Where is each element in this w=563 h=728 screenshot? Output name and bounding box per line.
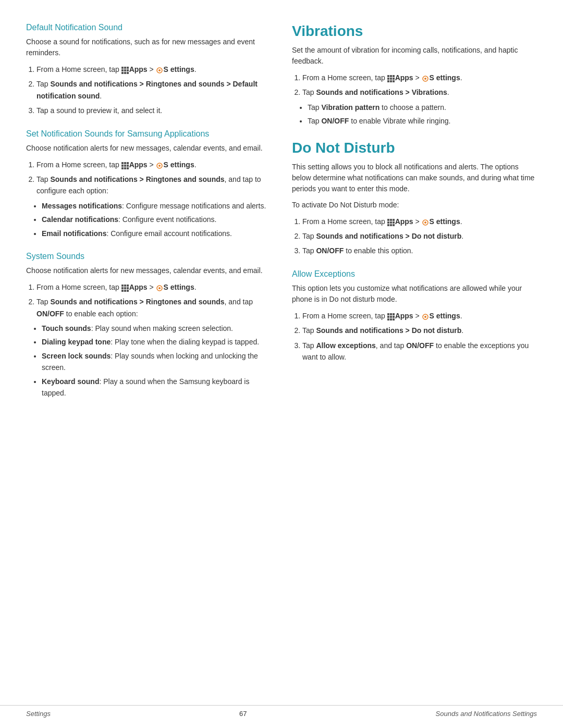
svg-rect-0 bbox=[121, 67, 124, 69]
bullet-item: Screen lock sounds: Play sounds when loc… bbox=[42, 350, 271, 374]
section-title-allow-exceptions: Allow Exceptions bbox=[292, 269, 537, 279]
right-column: Vibrations Set the amount of vibration f… bbox=[292, 21, 537, 411]
step-item: Tap Sounds and notifications > Do not di… bbox=[302, 325, 537, 336]
svg-rect-30 bbox=[127, 290, 129, 292]
footer-center: 67 bbox=[239, 710, 247, 718]
desc-default-notification-sound: Choose a sound for notifications, such a… bbox=[26, 36, 271, 58]
svg-rect-63 bbox=[393, 318, 395, 320]
apps-icon bbox=[387, 218, 395, 225]
svg-rect-5 bbox=[127, 69, 129, 71]
svg-rect-26 bbox=[124, 287, 126, 289]
svg-rect-49 bbox=[393, 221, 395, 224]
svg-rect-37 bbox=[390, 78, 392, 80]
settings-icon bbox=[422, 312, 429, 319]
svg-point-43 bbox=[424, 78, 426, 80]
footer-left: Settings bbox=[26, 710, 51, 718]
section-set-notification-sounds: Set Notification Sounds for Samsung Appl… bbox=[26, 129, 271, 239]
svg-rect-17 bbox=[121, 167, 124, 169]
svg-rect-22 bbox=[121, 285, 124, 287]
svg-rect-4 bbox=[124, 69, 126, 71]
svg-point-10 bbox=[158, 69, 161, 71]
svg-rect-14 bbox=[121, 165, 124, 167]
step-item: Tap Sounds and notifications > Vibration… bbox=[302, 87, 537, 98]
apps-label: Apps bbox=[129, 283, 148, 291]
apps-label: Apps bbox=[129, 65, 148, 73]
section-title-system-sounds: System Sounds bbox=[26, 252, 271, 261]
steps-allow-exceptions: From a Home screen, tap Apps > S ettings… bbox=[302, 310, 537, 363]
svg-rect-62 bbox=[390, 318, 392, 320]
svg-rect-52 bbox=[393, 224, 395, 226]
settings-label: S ettings bbox=[164, 161, 194, 169]
bullet-item: Messages notifications: Configure messag… bbox=[42, 200, 271, 212]
footer-right: Sounds and Notifications Settings bbox=[436, 710, 537, 718]
desc-vibrations: Set the amount of vibration for incoming… bbox=[292, 45, 537, 67]
section-vibrations: Vibrations Set the amount of vibration f… bbox=[292, 23, 537, 127]
desc-do-not-disturb: This setting allows you to block all not… bbox=[292, 162, 537, 194]
svg-rect-55 bbox=[387, 313, 389, 315]
bullet-item: Tap ON/OFF to enable Vibrate while ringi… bbox=[308, 115, 537, 127]
step-item: Tap Sounds and notifications > Ringtones… bbox=[36, 174, 271, 197]
pre-steps-do-not-disturb: To activate Do Not Disturb mode: bbox=[292, 200, 537, 211]
step-item: From a Home screen, tap Apps > S ettings… bbox=[36, 64, 271, 75]
svg-rect-12 bbox=[124, 162, 126, 164]
step-item: Tap ON/OFF to enable this option. bbox=[302, 245, 537, 256]
svg-rect-59 bbox=[390, 316, 392, 318]
settings-label: S ettings bbox=[430, 217, 460, 226]
settings-icon bbox=[156, 161, 163, 168]
step-item: From a Home screen, tap Apps > S ettings… bbox=[36, 159, 271, 170]
step-item: Tap Allow exceptions, and tap ON/OFF to … bbox=[302, 340, 537, 363]
svg-rect-61 bbox=[387, 318, 389, 320]
apps-icon bbox=[387, 312, 395, 319]
step-item: Tap Sounds and notifications > Ringtones… bbox=[36, 296, 271, 319]
step-item: From a Home screen, tap Apps > S ettings… bbox=[302, 310, 537, 322]
svg-rect-60 bbox=[393, 316, 395, 318]
bullet-item: Calendar notifications: Configure event … bbox=[42, 214, 271, 225]
steps-default-notification-sound: From a Home screen, tap Apps > S ettings… bbox=[36, 64, 271, 117]
left-column: Default Notification Sound Choose a soun… bbox=[26, 21, 271, 411]
steps-do-not-disturb: From a Home screen, tap Apps > S ettings… bbox=[302, 216, 537, 257]
settings-icon bbox=[422, 218, 429, 225]
apps-icon bbox=[121, 161, 129, 168]
bullets-vibrations: Tap Vibration pattern to choose a patter… bbox=[308, 102, 537, 127]
svg-rect-19 bbox=[127, 167, 129, 169]
svg-rect-46 bbox=[393, 219, 395, 221]
bullets-set-notification-sounds: Messages notifications: Configure messag… bbox=[42, 200, 271, 239]
svg-rect-34 bbox=[390, 75, 392, 77]
section-default-notification-sound: Default Notification Sound Choose a soun… bbox=[26, 23, 271, 117]
svg-rect-44 bbox=[387, 219, 389, 221]
footer: Settings 67 Sounds and Notifications Set… bbox=[0, 705, 563, 718]
settings-icon bbox=[422, 74, 429, 81]
step-item: Tap a sound to preview it, and select it… bbox=[36, 105, 271, 116]
settings-label: S ettings bbox=[430, 312, 460, 320]
settings-icon bbox=[156, 66, 163, 73]
settings-label: S ettings bbox=[430, 73, 460, 82]
svg-rect-13 bbox=[127, 162, 129, 164]
svg-rect-16 bbox=[127, 165, 129, 167]
apps-icon bbox=[121, 66, 129, 73]
svg-rect-23 bbox=[124, 285, 126, 287]
bullet-item: Tap Vibration pattern to choose a patter… bbox=[308, 102, 537, 113]
svg-rect-57 bbox=[393, 313, 395, 315]
settings-icon bbox=[156, 283, 163, 291]
section-title-set-notification-sounds: Set Notification Sounds for Samsung Appl… bbox=[26, 129, 271, 139]
svg-rect-25 bbox=[121, 287, 124, 289]
apps-label: Apps bbox=[129, 161, 148, 169]
svg-rect-15 bbox=[124, 165, 126, 167]
bullet-item: Dialing keypad tone: Play tone when the … bbox=[42, 336, 271, 348]
svg-rect-28 bbox=[121, 290, 124, 292]
apps-icon bbox=[121, 283, 129, 291]
bullet-item: Keyboard sound: Play a sound when the Sa… bbox=[42, 376, 271, 399]
steps-set-notification-sounds: From a Home screen, tap Apps > S ettings… bbox=[36, 159, 271, 197]
svg-rect-56 bbox=[390, 313, 392, 315]
settings-label: S ettings bbox=[164, 283, 194, 291]
svg-rect-36 bbox=[387, 78, 389, 80]
steps-vibrations: From a Home screen, tap Apps > S ettings… bbox=[302, 72, 537, 98]
svg-rect-40 bbox=[390, 80, 392, 82]
bullet-item: Email notifications: Configure email acc… bbox=[42, 228, 271, 239]
svg-point-21 bbox=[158, 165, 161, 167]
desc-system-sounds: Choose notification alerts for new messa… bbox=[26, 265, 271, 276]
desc-allow-exceptions: This option lets you customize what noti… bbox=[292, 283, 537, 305]
step-item: Tap Sounds and notifications > Ringtones… bbox=[36, 78, 271, 102]
svg-point-65 bbox=[424, 316, 426, 318]
svg-rect-45 bbox=[390, 219, 392, 221]
